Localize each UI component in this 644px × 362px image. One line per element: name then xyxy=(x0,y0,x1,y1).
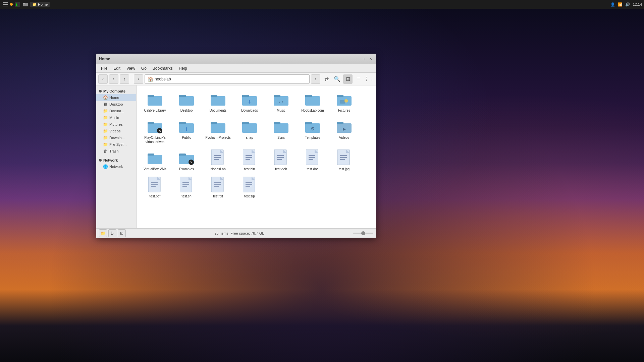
file-label: Videos xyxy=(339,135,349,140)
taskbar-app-button[interactable]: 📁 Home xyxy=(30,2,50,7)
file-item[interactable]: test.zip xyxy=(234,175,265,200)
file-item[interactable]: Sync xyxy=(266,116,296,146)
file-item[interactable]: ⚙ Templates xyxy=(298,116,328,146)
close-button[interactable]: ✕ xyxy=(368,56,373,62)
menu-edit[interactable]: Edit xyxy=(111,65,123,71)
svg-rect-60 xyxy=(148,156,162,164)
sidebar-item-videos[interactable]: 📁 Videos xyxy=(96,128,136,134)
file-label: PlayOnLinux's virtual drives xyxy=(141,135,169,144)
file-item[interactable]: ✕ PlayOnLinux's virtual drives xyxy=(140,116,170,146)
file-item[interactable]: PycharmProjects xyxy=(203,116,233,146)
menu-bookmarks[interactable]: Bookmarks xyxy=(150,65,175,71)
statusbar: 📁 1ᶜ ⊡ 25 items, Free space: 78.7 GB xyxy=(96,228,376,238)
sidebar-item-documents[interactable]: 📁 Docum... xyxy=(96,108,136,114)
back-button[interactable]: ‹ xyxy=(98,74,108,84)
grid-view-button[interactable]: ⊞ xyxy=(343,74,353,84)
folder-icon: ▶ xyxy=(336,118,352,134)
file-icon xyxy=(210,177,226,193)
window-controls: ─ □ ✕ xyxy=(355,56,373,62)
file-item[interactable]: VirtualBox VMs xyxy=(140,147,170,173)
taskbar: $_ 📁 Home 👤 📶 🔊 12:14 xyxy=(0,0,644,9)
sidebar-label-trash: Trash xyxy=(109,149,119,153)
status-btn-2[interactable]: 1ᶜ xyxy=(108,229,116,237)
zoom-thumb xyxy=(361,231,365,235)
list-view-button[interactable]: ≡ xyxy=(354,74,363,84)
sidebar-item-music[interactable]: 📁 Music xyxy=(96,114,136,121)
svg-text:♪ ♪: ♪ ♪ xyxy=(279,100,283,104)
nav-right-button[interactable]: › xyxy=(311,74,320,84)
file-item[interactable]: NoobsLab xyxy=(203,147,233,173)
minimize-button[interactable]: ─ xyxy=(355,56,360,62)
file-item[interactable]: ⬇ Downloads xyxy=(234,89,265,115)
up-button[interactable]: ↑ xyxy=(120,74,129,84)
status-btn-3[interactable]: ⊡ xyxy=(118,229,126,237)
sidebar-item-downloads[interactable]: 📁 Downlo... xyxy=(96,134,136,141)
taskbar-app-title: Home xyxy=(38,2,48,6)
maximize-button[interactable]: □ xyxy=(361,56,367,62)
documents-icon: 📁 xyxy=(103,109,108,113)
file-item[interactable]: ✕ Examples xyxy=(171,147,202,173)
taskbar-right: 👤 📶 🔊 12:14 xyxy=(610,2,642,7)
zoom-slider[interactable] xyxy=(353,233,373,234)
file-item[interactable]: ♪ ♪ Music xyxy=(266,89,296,115)
toggle-btn[interactable]: ⇄ xyxy=(322,74,331,84)
folder-icon: ⚙ xyxy=(305,118,321,134)
svg-text:⬇: ⬇ xyxy=(248,99,252,105)
svg-rect-26 xyxy=(305,97,320,106)
svg-rect-49 xyxy=(274,124,288,133)
sidebar-item-home[interactable]: 🏠 Home xyxy=(96,94,136,101)
terminal-icon[interactable]: $_ xyxy=(14,1,21,8)
sidebar-label-desktop: Desktop xyxy=(109,102,123,106)
file-item[interactable]: test.jpg xyxy=(329,147,359,173)
menu-view[interactable]: View xyxy=(124,65,138,71)
file-item[interactable]: test.deb xyxy=(266,147,296,173)
user-icon: 👤 xyxy=(610,2,615,7)
sidebar-section-my-compute[interactable]: My Compute xyxy=(96,88,136,94)
file-item[interactable]: snap xyxy=(234,116,265,146)
file-item[interactable]: Documents xyxy=(203,89,233,115)
status-left: 📁 1ᶜ ⊡ xyxy=(99,229,126,237)
compact-view-button[interactable]: ⋮⋮ xyxy=(365,74,374,84)
sidebar-item-trash[interactable]: 🗑 Trash xyxy=(96,148,136,155)
file-item[interactable]: ▶ Videos xyxy=(329,116,359,146)
sidebar-item-filesystem[interactable]: 📁 File Syst... xyxy=(96,141,136,148)
file-icon xyxy=(178,177,195,193)
file-icon xyxy=(241,149,258,166)
toolbar-right: ⇄ 🔍 ⊞ ≡ ⋮⋮ xyxy=(322,74,374,84)
file-item[interactable]: test.pdf xyxy=(140,175,170,200)
svg-text:⚙: ⚙ xyxy=(311,126,315,131)
forward-button[interactable]: › xyxy=(109,74,118,84)
files-icon[interactable] xyxy=(22,1,29,8)
menu-go[interactable]: Go xyxy=(139,65,149,71)
search-button[interactable]: 🔍 xyxy=(332,74,342,84)
downloads-icon: 📁 xyxy=(103,135,108,140)
nav-left-button[interactable]: ‹ xyxy=(134,74,143,84)
wifi-icon: 📶 xyxy=(618,2,623,7)
sidebar-item-network[interactable]: 🌐 Network xyxy=(96,163,136,170)
folder-icon xyxy=(336,91,352,107)
svg-text:⬆: ⬆ xyxy=(184,126,189,132)
menu-icon[interactable] xyxy=(2,1,9,8)
section-label-network: Network xyxy=(103,158,118,162)
file-item[interactable]: test.doc xyxy=(298,147,328,173)
file-item[interactable]: test.bin xyxy=(234,147,265,173)
menu-help[interactable]: Help xyxy=(176,65,190,71)
menu-file[interactable]: File xyxy=(98,65,110,71)
sidebar-item-desktop[interactable]: 🖥 Desktop xyxy=(96,101,136,108)
location-bar[interactable]: 🏠 noobslab xyxy=(145,74,310,84)
file-item[interactable]: ⬆ Public xyxy=(171,116,202,146)
folder-icon xyxy=(210,91,226,107)
sidebar-section-network[interactable]: Network xyxy=(96,157,136,163)
svg-rect-9 xyxy=(148,97,162,106)
file-item[interactable]: test.txt xyxy=(203,175,233,200)
file-item[interactable]: Calibre Library xyxy=(140,89,170,115)
sidebar-item-pictures[interactable]: 📁 Pictures xyxy=(96,121,136,128)
folder-icon xyxy=(178,91,195,107)
file-item[interactable]: test.sh xyxy=(171,175,202,200)
file-item[interactable]: Pictures xyxy=(329,89,359,115)
file-item[interactable]: NoobsLab.com xyxy=(298,89,328,115)
section-dot xyxy=(99,90,102,93)
status-btn-1[interactable]: 📁 xyxy=(99,229,107,237)
file-item[interactable]: Desktop xyxy=(171,89,202,115)
svg-rect-30 xyxy=(340,100,345,104)
